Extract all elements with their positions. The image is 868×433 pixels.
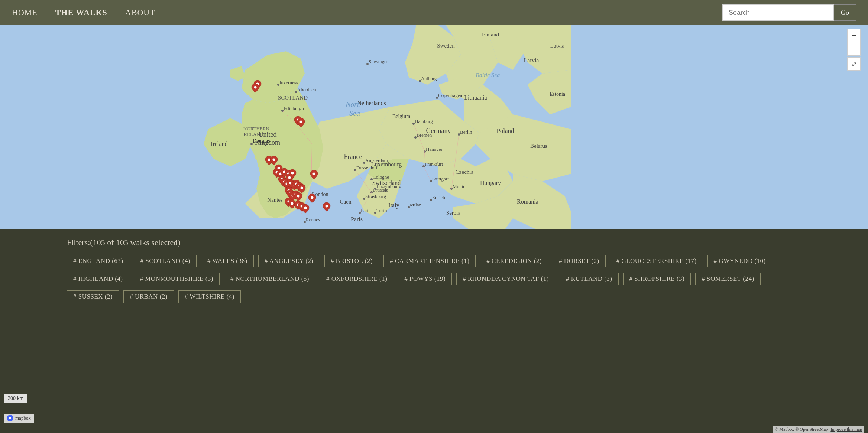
tags-row-2: # HIGHLAND (4)# MONMOUTHSHIRE (3)# NORTH… xyxy=(67,273,801,285)
svg-text:Estonia: Estonia xyxy=(550,91,566,97)
zoom-in-button[interactable]: + xyxy=(847,29,861,42)
svg-text:Inverness: Inverness xyxy=(279,79,298,85)
mapbox-label: mapbox xyxy=(15,415,31,421)
svg-text:Sea: Sea xyxy=(349,109,360,117)
filters-panel: Filters:(105 of 105 walks selected) # EN… xyxy=(0,229,868,433)
svg-text:Zurich: Zurich xyxy=(432,195,445,200)
svg-point-107 xyxy=(291,172,294,175)
filter-tag[interactable]: # RHONDDA CYNON TAF (1) xyxy=(456,273,555,285)
svg-text:Caen: Caen xyxy=(340,199,352,205)
svg-point-98 xyxy=(300,121,302,123)
svg-point-115 xyxy=(301,187,303,189)
map-svg: North Sea Baltic Sea United Kingdom Irel… xyxy=(0,25,868,229)
svg-text:Munich: Munich xyxy=(453,183,468,189)
svg-point-84 xyxy=(250,143,253,145)
svg-text:Brussels: Brussels xyxy=(373,188,388,193)
svg-text:Czechia: Czechia xyxy=(456,169,474,175)
zoom-out-button[interactable]: − xyxy=(847,42,861,56)
svg-text:Stavanger: Stavanger xyxy=(369,59,388,64)
svg-text:Latvia: Latvia xyxy=(524,57,539,64)
svg-text:Paris: Paris xyxy=(351,216,363,222)
filter-tag[interactable]: # OXFORDSHIRE (1) xyxy=(320,273,393,285)
douglas-label: Douglas xyxy=(253,138,270,144)
svg-text:Stuttgart: Stuttgart xyxy=(432,176,449,182)
filter-tag[interactable]: # GLOUCESTERSHIRE (17) xyxy=(610,255,703,267)
filter-tag[interactable]: # SHROPSHIRE (3) xyxy=(623,273,691,285)
map-container[interactable]: North Sea Baltic Sea United Kingdom Irel… xyxy=(0,25,868,229)
svg-text:Copenhagen: Copenhagen xyxy=(438,92,462,98)
svg-text:Hanover: Hanover xyxy=(426,146,443,152)
svg-text:Romania: Romania xyxy=(517,198,538,205)
map-controls: + − ⤢ xyxy=(847,29,861,71)
svg-text:Hamburg: Hamburg xyxy=(415,118,433,124)
svg-point-127 xyxy=(326,205,328,208)
filter-tag[interactable]: # MONMOUTHSHIRE (3) xyxy=(134,273,220,285)
svg-text:IRELAND: IRELAND xyxy=(242,131,263,137)
nav-about[interactable]: ABOUT xyxy=(125,8,155,17)
svg-text:Sweden: Sweden xyxy=(437,43,455,49)
svg-text:Netherlands: Netherlands xyxy=(357,100,386,106)
svg-text:Cologne: Cologne xyxy=(373,174,389,180)
svg-text:SCOTLAND: SCOTLAND xyxy=(278,95,308,101)
svg-point-130 xyxy=(9,417,11,419)
filter-tag[interactable]: # SUSSEX (2) xyxy=(67,290,119,303)
header: HOME THE WALKS ABOUT Go xyxy=(0,0,868,25)
search-button[interactable]: Go xyxy=(834,4,856,21)
improve-link[interactable]: Improve this map xyxy=(830,427,862,432)
nav-home[interactable]: HOME xyxy=(12,8,38,17)
svg-point-106 xyxy=(288,176,291,179)
filter-tag[interactable]: # URBAN (2) xyxy=(123,290,174,303)
svg-text:Italy: Italy xyxy=(388,202,399,209)
svg-text:Ireland: Ireland xyxy=(211,141,227,147)
filter-tag[interactable]: # RUTLAND (3) xyxy=(560,273,619,285)
svg-text:Hungary: Hungary xyxy=(480,180,501,186)
svg-point-100 xyxy=(273,159,275,161)
filter-tag[interactable]: # CEREDIGION (2) xyxy=(480,255,548,267)
filter-tag[interactable]: # ENGLAND (63) xyxy=(67,255,129,267)
svg-text:Frankfurt: Frankfurt xyxy=(425,161,443,167)
svg-text:France: France xyxy=(344,153,362,160)
filter-tag[interactable]: # BRISTOL (2) xyxy=(324,255,379,267)
filter-tag[interactable]: # GWYNEDD (10) xyxy=(707,255,772,267)
svg-text:Latvia: Latvia xyxy=(550,43,565,49)
svg-text:Belarus: Belarus xyxy=(530,143,547,149)
filter-tag[interactable]: # POWYS (19) xyxy=(398,273,452,285)
svg-text:Berlin: Berlin xyxy=(460,129,472,135)
filter-tag[interactable]: # WILTSHIRE (4) xyxy=(178,290,241,303)
filter-tag[interactable]: # SCOTLAND (4) xyxy=(134,255,197,267)
svg-point-128 xyxy=(311,196,314,199)
filter-tag[interactable]: # DORSET (2) xyxy=(553,255,606,267)
svg-text:Serbia: Serbia xyxy=(446,210,461,216)
svg-text:Poland: Poland xyxy=(496,127,514,134)
svg-text:Turin: Turin xyxy=(376,208,387,213)
filter-tag[interactable]: # ANGLESEY (2) xyxy=(258,255,320,267)
filter-tag[interactable]: # WALES (38) xyxy=(201,255,254,267)
svg-point-125 xyxy=(304,207,307,209)
tags-row-1: # ENGLAND (63)# SCOTLAND (4)# WALES (38)… xyxy=(67,255,801,267)
svg-text:Strasbourg: Strasbourg xyxy=(365,193,386,199)
nav-the-walks[interactable]: THE WALKS xyxy=(55,8,107,17)
svg-text:Dusseldorf: Dusseldorf xyxy=(356,165,378,170)
expand-button[interactable]: ⤢ xyxy=(847,57,861,71)
svg-point-2 xyxy=(255,154,264,160)
tags-row-3: # SUSSEX (2)# URBAN (2)# WILTSHIRE (4) xyxy=(67,290,801,303)
search-container: Go xyxy=(722,4,856,21)
svg-text:Aalborg: Aalborg xyxy=(421,76,437,81)
map-attribution: © Mapbox © OpenStreetMap Improve this ma… xyxy=(773,426,864,433)
filter-tag[interactable]: # NORTHUMBERLAND (5) xyxy=(224,273,315,285)
svg-text:Nantes: Nantes xyxy=(267,197,283,203)
filters-title: Filters:(105 of 105 walks selected) xyxy=(67,238,801,247)
svg-text:Finland: Finland xyxy=(482,32,499,38)
filter-tag[interactable]: # SOMERSET (24) xyxy=(695,273,760,285)
svg-text:Edinburgh: Edinburgh xyxy=(284,105,304,111)
nav: HOME THE WALKS ABOUT xyxy=(12,8,173,17)
filter-tag[interactable]: # HIGHLAND (4) xyxy=(67,273,129,285)
svg-text:Rennes: Rennes xyxy=(306,217,320,222)
svg-point-122 xyxy=(291,202,294,205)
svg-text:Milan: Milan xyxy=(410,202,422,208)
filter-tag[interactable]: # CARMARTHENSHIRE (1) xyxy=(383,255,476,267)
svg-text:Baltic Sea: Baltic Sea xyxy=(476,72,500,78)
svg-point-99 xyxy=(268,159,271,161)
search-input[interactable] xyxy=(722,4,834,21)
svg-text:Lithuania: Lithuania xyxy=(464,94,487,101)
